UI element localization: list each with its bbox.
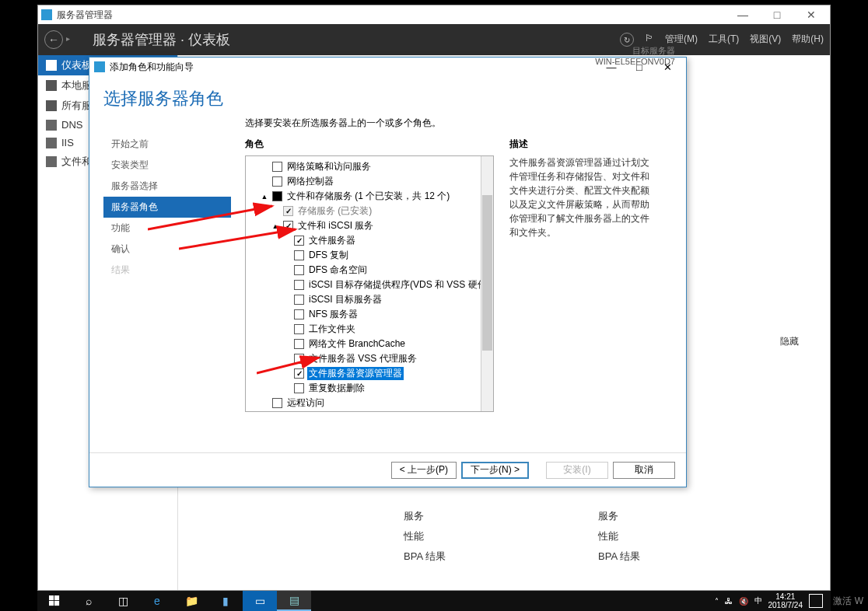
role-item-17[interactable]: 远程桌面服务 (247, 410, 492, 412)
role-label[interactable]: NFS 服务器 (307, 308, 359, 321)
role-item-13[interactable]: 文件服务器 VSS 代理服务 (247, 351, 492, 366)
scrollbar-thumb[interactable] (482, 195, 492, 351)
role-label[interactable]: 网络控制器 (285, 175, 335, 188)
role-label[interactable]: 存储服务 (已安装) (296, 204, 373, 218)
expand-toggle-icon[interactable]: ▲ (260, 193, 269, 201)
role-item-16[interactable]: 远程访问 (247, 396, 492, 410)
role-label[interactable]: 文件服务器 (307, 234, 357, 247)
role-checkbox[interactable] (272, 176, 282, 187)
tile-item[interactable]: 服务 (404, 506, 559, 526)
ime-icon[interactable]: 中 (754, 595, 762, 606)
role-checkbox[interactable] (283, 206, 293, 216)
wizard-nav-3[interactable]: 服务器角色 (103, 197, 231, 218)
role-label[interactable]: 网络文件 BranchCache (307, 337, 407, 351)
role-checkbox[interactable] (294, 280, 304, 290)
start-button[interactable] (37, 591, 72, 611)
role-checkbox[interactable] (294, 236, 304, 246)
menu-tools[interactable]: 工具(T) (709, 33, 739, 47)
tile-item[interactable]: BPA 结果 (404, 546, 559, 567)
role-item-11[interactable]: 工作文件夹 (247, 322, 492, 337)
role-checkbox[interactable] (294, 339, 304, 349)
role-checkbox[interactable] (272, 162, 282, 172)
back-button[interactable]: ← (44, 30, 63, 49)
role-item-7[interactable]: DFS 命名空间 (247, 263, 492, 278)
role-label[interactable]: 远程访问 (285, 396, 326, 410)
wizard-nav-0[interactable]: 开始之前 (103, 134, 231, 155)
role-checkbox[interactable] (294, 309, 304, 319)
role-checkbox[interactable] (272, 191, 282, 201)
role-item-8[interactable]: iSCSI 目标存储提供程序(VDS 和 VSS 硬件 (247, 278, 492, 292)
roles-header: 角色 (245, 138, 494, 151)
role-label[interactable]: 网络策略和访问服务 (285, 160, 373, 173)
task-view-button[interactable]: ◫ (106, 591, 140, 611)
explorer-button[interactable]: 📁 (174, 591, 208, 611)
role-checkbox[interactable] (294, 368, 304, 379)
roles-scrollbar[interactable] (481, 156, 493, 411)
role-checkbox[interactable] (272, 398, 282, 408)
role-checkbox[interactable] (294, 324, 304, 334)
taskbar-app-2[interactable]: ▭ (243, 591, 277, 611)
role-label[interactable]: iSCSI 目标服务器 (307, 293, 383, 306)
role-label[interactable]: 文件和存储服务 (1 个已安装，共 12 个) (285, 190, 451, 203)
wizard-nav-4[interactable]: 功能 (103, 218, 231, 239)
role-checkbox[interactable] (294, 295, 304, 305)
cancel-button[interactable]: 取消 (613, 462, 675, 479)
expand-toggle-icon[interactable]: ▲ (271, 222, 280, 230)
tile-item[interactable]: 性能 (404, 526, 559, 546)
tray-chevron-icon[interactable]: ˄ (715, 597, 719, 606)
next-button[interactable]: 下一步(N) > (461, 462, 529, 479)
role-label[interactable]: 文件服务器资源管理器 (307, 367, 404, 380)
role-item-9[interactable]: iSCSI 目标服务器 (247, 292, 492, 307)
action-center-icon[interactable] (809, 594, 823, 608)
role-item-12[interactable]: 网络文件 BranchCache (247, 337, 492, 351)
minimize-button[interactable]: — (727, 9, 758, 21)
tile-item[interactable]: 性能 (598, 526, 754, 546)
hide-link[interactable]: 隐藏 (780, 335, 799, 348)
network-icon[interactable]: 🖧 (725, 597, 733, 606)
role-label[interactable]: DFS 复制 (307, 249, 350, 262)
role-checkbox[interactable] (294, 354, 304, 364)
close-button[interactable]: ✕ (796, 9, 827, 21)
role-item-1[interactable]: 网络控制器 (247, 174, 492, 189)
role-item-2[interactable]: ▲文件和存储服务 (1 个已安装，共 12 个) (247, 189, 492, 204)
role-checkbox[interactable] (294, 265, 304, 275)
role-item-15[interactable]: 重复数据删除 (247, 381, 492, 396)
role-label[interactable]: iSCSI 目标存储提供程序(VDS 和 VSS 硬件 (307, 278, 488, 292)
search-button[interactable]: ⌕ (72, 591, 106, 611)
wizard-nav-6: 结果 (103, 260, 231, 281)
role-item-6[interactable]: DFS 复制 (247, 248, 492, 263)
tile-item[interactable]: BPA 结果 (598, 546, 754, 567)
role-label[interactable]: 工作文件夹 (307, 323, 357, 336)
volume-icon[interactable]: 🔇 (739, 597, 748, 606)
roles-tree[interactable]: 网络策略和访问服务网络控制器▲文件和存储服务 (1 个已安装，共 12 个)存储… (245, 155, 494, 412)
maximize-button[interactable]: □ (761, 9, 793, 21)
taskbar-app-1[interactable]: ▮ (208, 591, 243, 611)
clock[interactable]: 14:21 2018/7/24 (768, 592, 803, 609)
tile-item[interactable]: 服务 (598, 506, 754, 526)
menu-help[interactable]: 帮助(H) (792, 33, 824, 47)
wizard-nav-1[interactable]: 安装类型 (103, 155, 231, 176)
role-item-3[interactable]: 存储服务 (已安装) (247, 204, 492, 218)
role-label[interactable]: 文件服务器 VSS 代理服务 (307, 352, 418, 365)
wizard-nav-5[interactable]: 确认 (103, 239, 231, 260)
forward-button[interactable]: ▸ (66, 34, 77, 45)
role-label[interactable]: 重复数据删除 (307, 382, 366, 395)
role-checkbox[interactable] (283, 221, 293, 231)
role-checkbox[interactable] (294, 383, 304, 393)
role-checkbox[interactable] (294, 250, 304, 260)
tile-left: 服务 性能 BPA 结果 (404, 506, 559, 567)
role-item-14[interactable]: 文件服务器资源管理器 (247, 366, 492, 381)
role-item-10[interactable]: NFS 服务器 (247, 307, 492, 322)
ie-button[interactable]: e (140, 591, 174, 611)
role-item-4[interactable]: ▲文件和 iSCSI 服务 (247, 218, 492, 233)
server-manager-taskbar[interactable]: ▤ (277, 591, 311, 611)
prev-button[interactable]: < 上一步(P) (391, 462, 457, 479)
svg-rect-6 (54, 601, 59, 606)
role-item-5[interactable]: 文件服务器 (247, 233, 492, 248)
role-label[interactable]: 文件和 iSCSI 服务 (296, 219, 375, 232)
wizard-nav-2[interactable]: 服务器选择 (103, 176, 231, 197)
role-item-0[interactable]: 网络策略和访问服务 (247, 159, 492, 174)
role-label[interactable]: DFS 命名空间 (307, 264, 369, 277)
menu-view[interactable]: 视图(V) (750, 33, 781, 47)
role-label[interactable]: 远程桌面服务 (285, 411, 345, 412)
